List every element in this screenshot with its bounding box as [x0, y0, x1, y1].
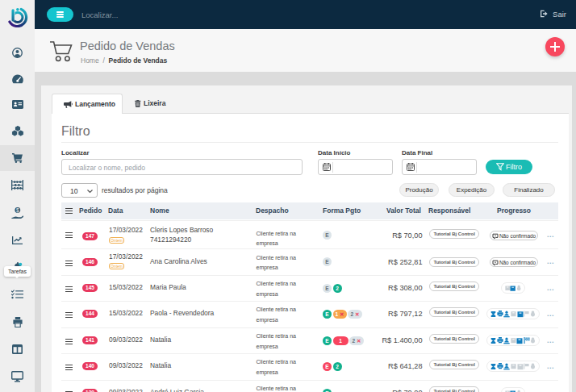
svg-text:$: $: [16, 207, 19, 213]
